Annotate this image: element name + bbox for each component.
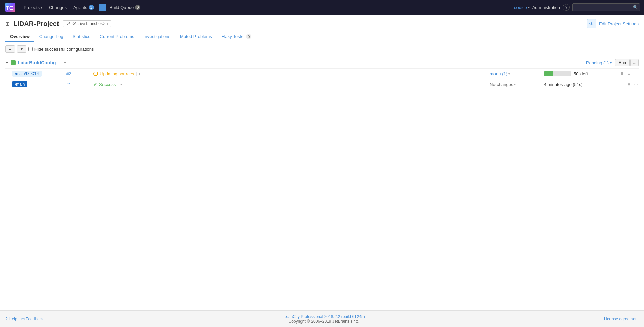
- build-config-right: Pending (1) ▾ Run ...: [586, 59, 639, 66]
- build-changes: No changes ▾: [490, 82, 544, 87]
- build-branch: /main/DTC14: [12, 71, 66, 77]
- user-menu[interactable]: codice ▾: [514, 5, 530, 10]
- tab-investigations[interactable]: Investigations: [139, 32, 176, 42]
- build-config-section: ▼ LidarBuildConfig | ▾ Pending (1) ▾ Run…: [5, 57, 639, 89]
- time-left: 50s left: [574, 71, 588, 76]
- build-config-left: ▼ LidarBuildConfig | ▾: [5, 60, 66, 65]
- mail-icon: ✉: [21, 317, 25, 321]
- no-changes-dropdown-icon: ▾: [514, 83, 516, 86]
- flaky-tests-badge: 0: [246, 34, 251, 39]
- run-more-wrap: Run ...: [615, 59, 639, 66]
- build-row: /main/DTC14 #2 Updating sources | ▾ manu…: [5, 68, 639, 79]
- footer-center: TeamCity Professional 2018.2.2 (build 61…: [283, 314, 365, 324]
- branch-dropdown-icon: ▾: [107, 22, 108, 26]
- cancel-button[interactable]: ≡: [627, 70, 631, 77]
- build-actions: ⏸ ≡ ···: [612, 70, 639, 77]
- nav-agents[interactable]: Agents 1: [70, 0, 97, 15]
- search-icon: 🔍: [633, 5, 638, 10]
- tab-muted-problems[interactable]: Muted Problems: [175, 32, 217, 42]
- hide-successful-checkbox[interactable]: [28, 47, 33, 51]
- help-icon: ?: [5, 317, 8, 321]
- project-header-left: ⊞ LIDAR-Project ⎇ <Active branches> ▾: [5, 20, 111, 28]
- build-number[interactable]: #1: [66, 82, 93, 87]
- collapse-arrow[interactable]: ▼: [5, 61, 9, 65]
- pause-button[interactable]: ⏸: [619, 70, 625, 77]
- nav-projects[interactable]: Projects ▾: [20, 0, 46, 15]
- copyright-label: Copyright © 2006–2019 JetBrains s.r.o.: [283, 319, 365, 324]
- search-wrap: 🔍: [572, 3, 640, 11]
- status-divider: |: [136, 71, 137, 76]
- admin-link[interactable]: Administration: [532, 5, 560, 10]
- eye-icon[interactable]: 👁: [587, 19, 596, 28]
- project-header-right: 👁 Edit Project Settings: [587, 19, 639, 28]
- header-right: codice ▾ Administration ? 🔍: [514, 3, 640, 11]
- agents-badge: 1: [89, 5, 94, 10]
- edit-project-button[interactable]: Edit Project Settings: [599, 21, 639, 26]
- main-content: ⊞ LIDAR-Project ⎇ <Active branches> ▾ 👁 …: [0, 15, 644, 310]
- build-config-name[interactable]: LidarBuildConfig: [18, 60, 56, 65]
- tab-flaky-tests[interactable]: Flaky Tests 0: [217, 32, 256, 42]
- nav-changes[interactable]: Changes: [46, 0, 70, 15]
- build-status-running: Updating sources | ▾: [93, 71, 490, 76]
- build-changes: manu (1) ▾: [490, 71, 544, 76]
- status-dropdown-icon[interactable]: ▾: [120, 83, 122, 86]
- tab-overview[interactable]: Overview: [5, 32, 34, 42]
- help-link[interactable]: ? Help: [5, 317, 17, 321]
- logo[interactable]: TC: [4, 1, 16, 14]
- toolbar: ▲ ▼ Hide successful configurations: [5, 45, 639, 53]
- progress-bar-fill: [544, 71, 553, 76]
- license-link[interactable]: License agreement: [604, 317, 639, 321]
- build-time: 50s left: [544, 71, 612, 76]
- expand-all-button[interactable]: ▲: [5, 45, 15, 53]
- progress-bar: [544, 71, 571, 76]
- pending-info[interactable]: Pending (1) ▾: [586, 60, 612, 65]
- queue-button[interactable]: ≡: [627, 81, 631, 88]
- success-icon: ✔: [93, 81, 97, 87]
- status-dropdown-icon[interactable]: ▾: [139, 72, 140, 76]
- more-actions-button[interactable]: ···: [633, 70, 639, 77]
- project-header: ⊞ LIDAR-Project ⎇ <Active branches> ▾ 👁 …: [5, 19, 639, 28]
- config-divider: |: [59, 60, 60, 65]
- branch-tag-main[interactable]: /main: [12, 81, 27, 87]
- queue-badge: 0: [135, 5, 140, 10]
- build-time: 4 minutes ago (51s): [544, 82, 612, 87]
- nav-build-queue[interactable]: Build Queue 0: [106, 0, 144, 15]
- build-status-success: ✔ Success | ▾: [93, 81, 490, 87]
- search-input[interactable]: [572, 3, 640, 11]
- tab-statistics[interactable]: Statistics: [68, 32, 95, 42]
- tabs-bar: Overview Change Log Statistics Current P…: [5, 32, 639, 42]
- main-nav: Projects ▾ Changes Agents 1 Build Queue …: [20, 0, 514, 15]
- project-grid-icon: ⊞: [5, 21, 10, 27]
- tab-changelog[interactable]: Change Log: [34, 32, 68, 42]
- status-divider: |: [117, 82, 118, 87]
- build-actions: ≡ ···: [612, 81, 639, 88]
- run-button[interactable]: Run: [615, 59, 630, 66]
- changes-dropdown-icon: ▾: [508, 72, 510, 76]
- help-icon[interactable]: ?: [563, 4, 570, 11]
- main-header: TC Projects ▾ Changes Agents 1 Build Que…: [0, 0, 644, 15]
- projects-dropdown-icon: ▾: [41, 6, 42, 9]
- tab-current-problems[interactable]: Current Problems: [95, 32, 139, 42]
- pending-dropdown-icon: ▾: [610, 61, 612, 65]
- hide-successful-label[interactable]: Hide successful configurations: [28, 47, 94, 52]
- footer-left: ? Help ✉ Feedback: [5, 317, 44, 321]
- more-actions-button[interactable]: ···: [633, 81, 639, 88]
- product-link[interactable]: TeamCity Professional 2018.2.2 (build 61…: [283, 314, 365, 319]
- build-config-header: ▼ LidarBuildConfig | ▾ Pending (1) ▾ Run…: [5, 57, 639, 68]
- user-dropdown-icon: ▾: [528, 6, 530, 9]
- branch-icon: ⎇: [66, 21, 70, 26]
- config-status-indicator: [11, 60, 16, 65]
- branch-selector[interactable]: ⎇ <Active branches> ▾: [63, 20, 111, 27]
- more-button[interactable]: ...: [630, 59, 639, 66]
- footer-right: License agreement: [604, 317, 639, 321]
- collapse-all-button[interactable]: ▼: [17, 45, 26, 53]
- build-branch: /main: [12, 81, 66, 87]
- feedback-link[interactable]: ✉ Feedback: [21, 317, 44, 321]
- footer: ? Help ✉ Feedback TeamCity Professional …: [0, 310, 644, 327]
- product-label: TeamCity Professional 2018.2.2 (build 61…: [283, 314, 365, 319]
- branch-tag-dtc14[interactable]: /main/DTC14: [12, 71, 42, 77]
- config-settings-icon[interactable]: ▾: [64, 60, 66, 65]
- running-spinner: [93, 71, 98, 76]
- agents-blue-indicator: [99, 4, 106, 11]
- build-number[interactable]: #2: [66, 71, 93, 76]
